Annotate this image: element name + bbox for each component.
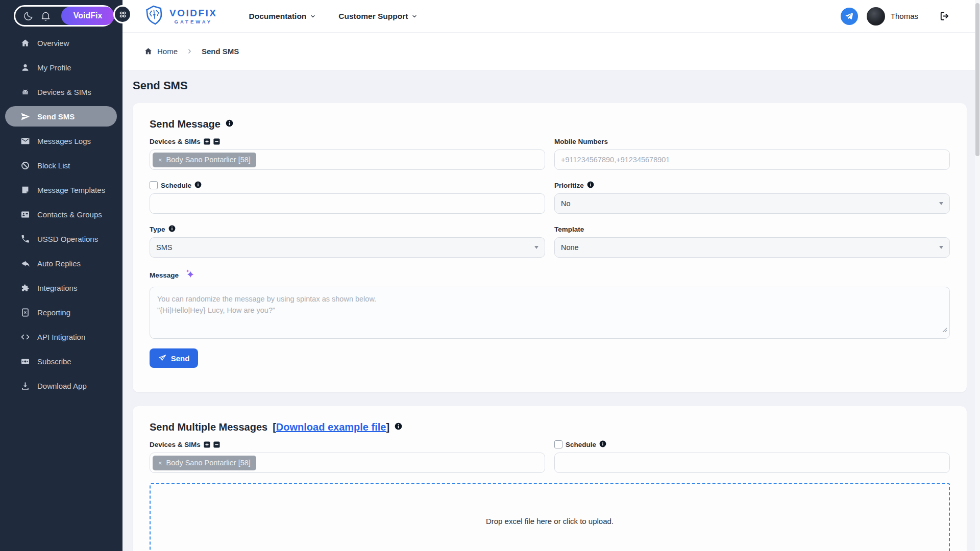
message-placeholder-line: "{Hi|Hello|Hey} Lucy, How are you?" [157, 305, 942, 316]
select-all-plus-icon[interactable] [204, 441, 210, 448]
telegram-icon[interactable] [841, 8, 858, 25]
template-select[interactable]: None [554, 237, 950, 258]
message-textarea[interactable]: You can randomize the message by using s… [150, 287, 950, 339]
send-multiple-title: Send Multiple Messages [150, 421, 267, 433]
type-select[interactable]: SMS [150, 237, 545, 258]
puzzle-icon [20, 283, 30, 293]
chevron-down-icon [310, 13, 316, 19]
home-icon [20, 38, 30, 48]
mobile-numbers-field: Mobile Numbers [554, 137, 950, 170]
send-button[interactable]: Send [150, 348, 198, 368]
schedule-input-wrap [150, 193, 545, 214]
apps-grid-icon[interactable] [113, 5, 132, 23]
report-icon [20, 308, 30, 317]
dropzone-text: Drop excel file here or click to upload. [486, 517, 614, 525]
voidfix-brand-pill[interactable]: VoidFix [61, 7, 114, 25]
chip-remove-icon[interactable]: × [158, 156, 162, 164]
select-arrow-icon [939, 202, 943, 205]
logo-text: VOIDFIX GATEWAY [169, 8, 217, 24]
header-right: Thomas [841, 7, 950, 26]
logo[interactable]: VOIDFIX GATEWAY [144, 4, 217, 29]
excel-dropzone[interactable]: Drop excel file here or click to upload. [150, 483, 950, 551]
nav-documentation[interactable]: Documentation [249, 12, 316, 21]
devices-sims-input[interactable]: × Body Sano Pontarlier [58] [150, 149, 545, 170]
sidebar-item-devices-sims[interactable]: Devices & SIMs [5, 82, 117, 102]
download-icon [20, 381, 30, 391]
quick-widget: VoidFix [14, 5, 114, 27]
bracket: [ [273, 421, 276, 433]
breadcrumb: Home Send SMS [122, 33, 980, 70]
devices-sims-label: Devices & SIMs [150, 441, 201, 448]
ai-sparkle-icon[interactable] [184, 268, 195, 282]
mobile-numbers-input[interactable] [561, 156, 943, 164]
bracket: ] [386, 421, 389, 433]
info-icon[interactable] [395, 422, 402, 432]
sidebar-item-api-integration[interactable]: API Intigration [5, 327, 117, 347]
chip-remove-icon[interactable]: × [158, 459, 162, 467]
sidebar-item-contacts-groups[interactable]: Contacts & Groups [5, 204, 117, 224]
breadcrumb-home[interactable]: Home [144, 47, 178, 56]
multi-devices-sims-input[interactable]: × Body Sano Pontarlier [58] [150, 453, 545, 473]
nav-label: Documentation [249, 12, 307, 21]
sidebar-item-send-sms[interactable]: Send SMS [5, 106, 117, 127]
template-value: None [561, 243, 579, 252]
sidebar-item-auto-replies[interactable]: Auto Replies [5, 253, 117, 273]
sidebar-item-reporting[interactable]: Reporting [5, 302, 117, 322]
info-icon[interactable] [194, 181, 202, 190]
logo-title: VOIDFIX [169, 8, 217, 18]
scrollbar-thumb[interactable] [975, 3, 979, 156]
schedule-checkbox[interactable] [150, 181, 158, 189]
sidebar-item-label: Reporting [37, 308, 70, 317]
type-value: SMS [156, 243, 172, 252]
nav-customer-support[interactable]: Customer Support [338, 12, 418, 21]
sidebar-item-ussd-operations[interactable]: USSD Operations [5, 229, 117, 249]
sidebar-item-message-templates[interactable]: Message Templates [5, 180, 117, 200]
sidebar-item-download-app[interactable]: Download App [5, 375, 117, 396]
phone-icon [20, 234, 30, 244]
resize-handle-icon[interactable] [942, 325, 947, 336]
download-example-link[interactable]: Download example file [276, 421, 386, 433]
schedule-checkbox[interactable] [554, 440, 562, 448]
sidebar-item-subscribe[interactable]: Subscribe [5, 351, 117, 371]
user-avatar[interactable] [867, 7, 885, 26]
info-icon[interactable] [587, 181, 594, 190]
multi-schedule-datetime-input[interactable] [561, 459, 943, 467]
sidebar-item-overview[interactable]: Overview [5, 33, 117, 53]
reply-icon [20, 259, 30, 268]
info-icon[interactable] [599, 440, 606, 449]
device-tag-chip[interactable]: × Body Sano Pontarlier [58] [153, 456, 256, 470]
sidebar-item-block-list[interactable]: Block List [5, 155, 117, 176]
sidebar-item-label: Message Templates [37, 186, 105, 194]
select-all-plus-icon[interactable] [204, 138, 210, 145]
top-navigation: Documentation Customer Support [249, 12, 418, 21]
multi-devices-sims-field: Devices & SIMs × Body Sano Pontarlier [5… [150, 440, 545, 473]
sidebar-item-label: Integrations [37, 284, 77, 292]
devices-sims-field: Devices & SIMs × Body Sano Pontarlier [5… [150, 137, 545, 170]
device-tag-chip[interactable]: × Body Sano Pontarlier [58] [153, 153, 256, 167]
template-label: Template [554, 226, 584, 233]
sidebar-item-my-profile[interactable]: My Profile [5, 57, 117, 78]
logout-icon[interactable] [939, 10, 950, 22]
home-icon [144, 47, 153, 56]
scrollbar-track[interactable] [975, 0, 980, 551]
sidebar: Overview My Profile Devices & SIMs Send … [0, 0, 122, 551]
dark-mode-moon-icon[interactable] [23, 11, 34, 21]
sidebar-item-integrations[interactable]: Integrations [5, 278, 117, 298]
deselect-all-minus-icon[interactable] [213, 441, 220, 448]
mobile-numbers-input-wrap [554, 149, 950, 170]
prioritize-select[interactable]: No [554, 193, 950, 214]
send-multiple-card: Send Multiple Messages [Download example… [133, 406, 967, 551]
schedule-label: Schedule [566, 441, 596, 448]
code-icon [20, 332, 30, 342]
sidebar-item-messages-logs[interactable]: Messages Logs [5, 131, 117, 151]
select-arrow-icon [939, 246, 943, 249]
app-root: Overview My Profile Devices & SIMs Send … [0, 0, 980, 551]
notifications-bell-icon[interactable] [40, 11, 51, 21]
sidebar-item-label: Overview [37, 39, 69, 47]
device-tag-label: Body Sano Pontarlier [58] [166, 156, 251, 164]
info-icon[interactable] [226, 119, 233, 129]
schedule-datetime-input[interactable] [156, 199, 538, 208]
banknote-icon [20, 357, 30, 366]
deselect-all-minus-icon[interactable] [213, 138, 220, 145]
info-icon[interactable] [168, 225, 176, 234]
